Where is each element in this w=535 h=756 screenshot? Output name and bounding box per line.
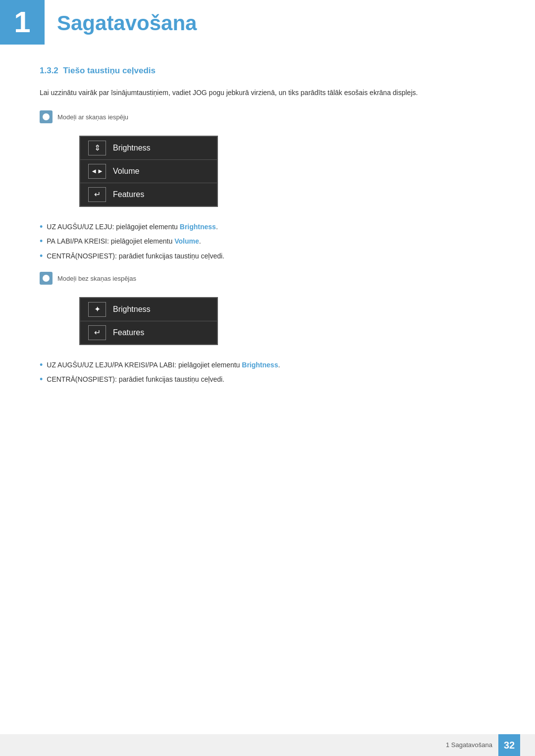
chapter-title: Sagatavošana xyxy=(45,0,197,39)
menu-brightness-label: Brightness xyxy=(113,142,151,154)
bullet-center-text-1: CENTRĀ(NOSPIEST): parādiet funkcijas tau… xyxy=(47,251,224,261)
page-header: 1 Sagatavošana xyxy=(0,0,535,45)
note-nosound-block: Modeļi bez skaņas iespējas xyxy=(40,272,495,285)
bullet-brightness-text-2: UZ AUGŠU/UZ LEJU/PA KREISI/PA LABI: piel… xyxy=(47,360,280,370)
note-sound-label: Modeļi ar skaņas iespēju xyxy=(57,110,128,122)
bullets-without-sound-list: • UZ AUGŠU/UZ LEJU/PA KREISI/PA LABI: pi… xyxy=(40,360,495,385)
menu-row-volume: ◄► Volume xyxy=(80,160,217,183)
bullet-brightness: • UZ AUGŠU/UZ LEJU: pielāgojiet elementu… xyxy=(40,222,495,233)
menu-row-features: ↵ Features xyxy=(80,183,217,206)
enter-arrow-icon: ↵ xyxy=(94,189,101,201)
volume-bold: Volume xyxy=(174,237,199,245)
volume-icon-box: ◄► xyxy=(88,164,106,179)
menu-features-label-2: Features xyxy=(113,327,144,339)
chapter-number-block: 1 xyxy=(0,0,45,45)
bullet-center-text-2: CENTRĀ(NOSPIEST): parādiet funkcijas tau… xyxy=(47,374,224,385)
bullet-dot-2: • xyxy=(40,236,43,247)
bullets-with-sound-list: • UZ AUGŠU/UZ LEJU: pielāgojiet elementu… xyxy=(40,222,495,262)
note-icon-nosound xyxy=(40,272,53,285)
page-footer: 1 Sagatavošana 32 xyxy=(0,734,535,756)
section-title: Tiešo taustiņu ceļvedis xyxy=(63,66,156,75)
menu-row-brightness: ⇕ Brightness xyxy=(80,137,217,160)
bullet-dot-4: • xyxy=(40,360,43,371)
menu-volume-label: Volume xyxy=(113,165,139,177)
section-heading: 1.3.2 Tiešo taustiņu ceļvedis xyxy=(40,64,495,77)
bullet-volume-text: PA LABI/PA KREISI: pielāgojiet elementu … xyxy=(47,236,201,247)
brightness-bold: Brightness xyxy=(180,223,216,231)
menu-row-features-2: ↵ Features xyxy=(80,321,217,344)
bullet-dot-1: • xyxy=(40,222,43,233)
main-content: 1.3.2 Tiešo taustiņu ceļvedis Lai uzzinā… xyxy=(0,64,535,435)
footer-chapter-text: 1 Sagatavošana xyxy=(446,740,492,750)
menu-with-sound: ⇕ Brightness ◄► Volume ↵ Features xyxy=(79,136,218,207)
menu-features-label: Features xyxy=(113,189,144,201)
brightness-icon-box-2: ✦ xyxy=(88,302,106,317)
features-icon-box: ↵ xyxy=(88,187,106,202)
bullet-brightness-2: • UZ AUGŠU/UZ LEJU/PA KREISI/PA LABI: pi… xyxy=(40,360,495,371)
bullet-center-1: • CENTRĀ(NOSPIEST): parādiet funkcijas t… xyxy=(40,251,495,262)
updown-arrow-icon-2: ✦ xyxy=(94,305,101,313)
bullet-brightness-text: UZ AUGŠU/UZ LEJU: pielāgojiet elementu B… xyxy=(47,222,217,232)
chapter-number: 1 xyxy=(14,7,30,37)
intro-paragraph: Lai uzzinātu vairāk par īsinājumtaustiņi… xyxy=(40,87,495,98)
features-icon-box-2: ↵ xyxy=(88,325,106,340)
bullet-dot-3: • xyxy=(40,251,43,262)
menu-brightness-label-2: Brightness xyxy=(113,303,151,315)
brightness-bold-2: Brightness xyxy=(242,361,278,369)
note-nosound-label: Modeļi bez skaņas iespējas xyxy=(57,272,136,284)
menu-row-brightness-2: ✦ Brightness xyxy=(80,298,217,321)
section-number: 1.3.2 xyxy=(40,66,58,75)
enter-arrow-icon-2: ↵ xyxy=(94,327,101,339)
brightness-icon-box: ⇕ xyxy=(88,141,106,155)
bullet-dot-5: • xyxy=(40,374,43,385)
updown-arrow-icon: ⇕ xyxy=(94,144,101,152)
note-sound-block: Modeļi ar skaņas iespēju xyxy=(40,110,495,123)
bullet-center-2: • CENTRĀ(NOSPIEST): parādiet funkcijas t… xyxy=(40,374,495,385)
menu-without-sound: ✦ Brightness ↵ Features xyxy=(79,297,218,345)
note-icon-sound xyxy=(40,110,53,123)
bullet-volume: • PA LABI/PA KREISI: pielāgojiet element… xyxy=(40,236,495,247)
leftright-arrow-icon: ◄► xyxy=(91,166,104,176)
footer-page-number: 32 xyxy=(498,734,520,756)
